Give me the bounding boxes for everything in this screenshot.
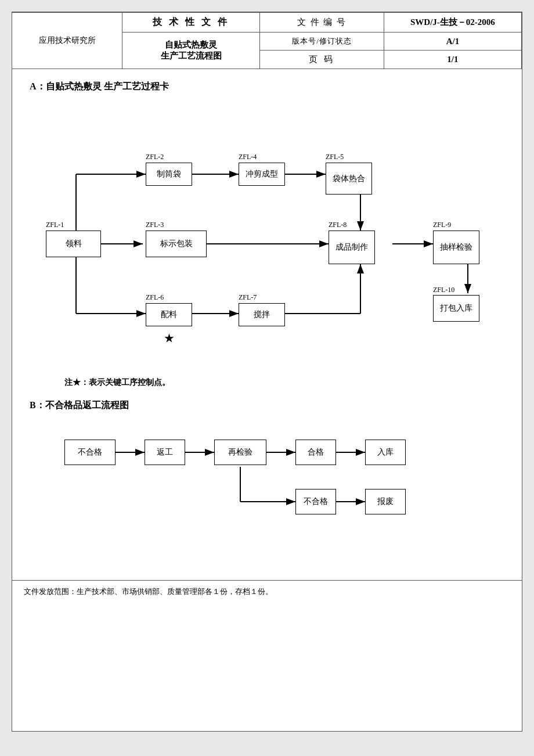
zfl5-box: 袋体热合 <box>326 163 372 195</box>
section-b-title: B：不合格品返工流程图 <box>30 399 504 412</box>
b-buhege-bottom-box: 不合格 <box>295 489 336 514</box>
b-zaijianyan-box: 再检验 <box>214 440 266 465</box>
zfl1-label: ZFL-1 <box>46 221 64 229</box>
header-table: 应用技术研究所 技 术 性 文 件 文 件 编 号 SWD/J-生技－02-20… <box>12 12 522 69</box>
doc-num-value: SWD/J-生技－02-2006 <box>384 13 521 33</box>
version-label: 版本号/修订状态 <box>260 33 384 51</box>
zfl7-box: 搅拌 <box>239 303 285 326</box>
footer-note: 文件发放范围：生产技术部、市场供销部、质量管理部各１份，存档１份。 <box>12 580 522 603</box>
zfl5-label: ZFL-5 <box>326 153 344 161</box>
zfl10-label: ZFL-10 <box>433 286 454 294</box>
doc-type-cell: 技 术 性 文 件 <box>122 13 260 33</box>
zfl9-label: ZFL-9 <box>433 221 451 229</box>
b-ruku-box: 入库 <box>365 440 406 465</box>
document-page: 应用技术研究所 技 术 性 文 件 文 件 编 号 SWD/J-生技－02-20… <box>12 12 522 732</box>
zfl9-box: 抽样检验 <box>433 231 479 264</box>
section-b: B：不合格品返工流程图 <box>30 399 504 557</box>
zfl2-label: ZFL-2 <box>146 153 164 161</box>
flow-diagram-b: 不合格 返工 再检验 合格 入库 不合格 报废 <box>30 423 504 557</box>
zfl3-box: 标示包装 <box>146 231 207 257</box>
zfl8-label: ZFL-8 <box>329 221 347 229</box>
star-mark: ★ <box>164 332 174 345</box>
zfl2-box: 制筒袋 <box>146 163 192 186</box>
note-section: 注★：表示关键工序控制点。 <box>64 377 504 388</box>
org-cell: 应用技术研究所 <box>12 13 122 69</box>
b-hege-box: 合格 <box>295 440 336 465</box>
b-fangong-box: 返工 <box>145 440 185 465</box>
section-a-title: A：自贴式热敷灵 生产工艺过程卡 <box>30 81 504 93</box>
zfl3-label: ZFL-3 <box>146 221 164 229</box>
zfl6-label: ZFL-6 <box>146 293 164 302</box>
page-value: 1/1 <box>384 51 521 69</box>
zfl4-box: 冲剪成型 <box>239 163 285 186</box>
zfl4-label: ZFL-4 <box>239 153 257 161</box>
zfl1-box: 领料 <box>46 231 101 257</box>
zfl10-box: 打包入库 <box>433 295 479 322</box>
content-area: A：自贴式热敷灵 生产工艺过程卡 <box>12 69 522 574</box>
zfl7-label: ZFL-7 <box>239 293 257 302</box>
title-cell: 自贴式热敷灵 生产工艺流程图 <box>122 33 260 69</box>
zfl8-box: 成品制作 <box>329 231 375 264</box>
zfl6-box: 配料 <box>146 303 192 326</box>
flow-diagram-a: ZFL-1 领料 ZFL-2 制筒袋 ZFL-3 标示包装 ZFL-4 冲剪成型… <box>30 105 504 372</box>
b-buhegeup-box: 不合格 <box>64 440 116 465</box>
page-label: 页 码 <box>260 51 384 69</box>
version-value: A/1 <box>384 33 521 51</box>
doc-num-label: 文 件 编 号 <box>260 13 384 33</box>
b-baofei-box: 报废 <box>365 489 406 514</box>
